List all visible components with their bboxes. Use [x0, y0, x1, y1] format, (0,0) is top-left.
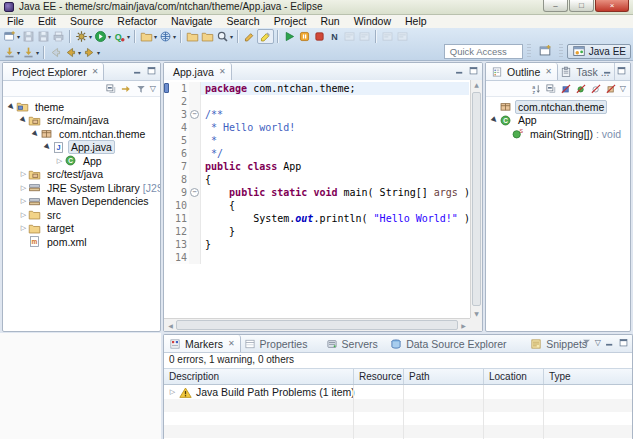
annotation-ruler[interactable] [164, 134, 170, 147]
menu-help[interactable]: Help [398, 15, 434, 28]
print-button[interactable] [51, 29, 66, 44]
publish-button[interactable] [342, 29, 357, 44]
marker-row[interactable]: ▷Java Build Path Problems (1 item) [164, 385, 632, 399]
minimize-icon[interactable] [602, 65, 613, 76]
annotation-ruler[interactable] [164, 212, 170, 225]
folding-ruler[interactable] [189, 121, 201, 134]
minimize-icon[interactable] [454, 65, 465, 76]
explorer-item-maven-dependencies[interactable]: ▷Maven Dependencies [3, 195, 160, 209]
code-line-10[interactable]: 10 { [164, 199, 469, 212]
open-type-button[interactable] [200, 29, 215, 44]
code-text[interactable]: * Hello world! [201, 121, 469, 134]
menu-file[interactable]: File [0, 15, 31, 28]
code-line-14[interactable]: 14 [164, 251, 469, 264]
explorer-item-target[interactable]: ▷target [3, 222, 160, 236]
column-separator[interactable] [353, 385, 354, 439]
outline-item-com-ntchan-theme[interactable]: com.ntchan.theme [486, 100, 630, 114]
outline-item-app[interactable]: ▶CApp [486, 114, 630, 128]
code-text[interactable]: /** [201, 108, 469, 121]
explorer-item-src[interactable]: ▷src [3, 208, 160, 222]
annotation-ruler[interactable] [164, 95, 170, 108]
code-line-13[interactable]: 13} [164, 238, 469, 251]
perspective-javaee-button[interactable]: Java EE [567, 44, 631, 59]
tab-data-source-explorer[interactable]: Data Source Explorer [385, 335, 511, 352]
stop-server-button[interactable] [312, 29, 327, 44]
fold-collapse-icon[interactable]: − [190, 110, 199, 119]
annotation-ruler[interactable] [164, 251, 170, 264]
folding-ruler[interactable]: − [189, 108, 201, 121]
annotation-ruler[interactable] [164, 186, 170, 199]
folding-ruler[interactable] [189, 134, 201, 147]
folding-ruler[interactable] [189, 225, 201, 238]
run-button[interactable]: ▾ [93, 29, 112, 44]
expand-arrow-icon[interactable]: ▷ [19, 170, 28, 178]
expand-arrow-icon[interactable]: ▷ [19, 197, 28, 205]
column-separator[interactable] [483, 385, 484, 439]
toolbar-splitter-handle[interactable] [527, 44, 531, 58]
menu-refactor[interactable]: Refactor [110, 15, 164, 28]
code-line-6[interactable]: 6 */ [164, 147, 469, 160]
hide-static-icon[interactable] [575, 83, 587, 95]
next-annotation-button[interactable]: ▾ [2, 45, 21, 60]
skip-breakpoints-button[interactable]: N [327, 29, 342, 44]
hide-local-types-icon[interactable] [605, 83, 617, 95]
menu-window[interactable]: Window [347, 15, 398, 28]
maximize-icon[interactable] [146, 65, 157, 76]
folding-ruler[interactable]: − [189, 186, 201, 199]
web-service-button[interactable]: ▾ [158, 29, 177, 44]
explorer-item-app-java[interactable]: ▶JApp.java [3, 141, 160, 155]
tab-servers[interactable]: Servers [321, 335, 383, 352]
save-button[interactable] [21, 29, 36, 44]
editor-horizontal-scrollbar[interactable]: ◀ ▶ [164, 318, 470, 331]
close-icon[interactable]: ✕ [92, 67, 99, 76]
maximize-window-button[interactable]: □ [569, 0, 594, 12]
expand-arrow-icon[interactable]: ▷ [19, 211, 28, 219]
code-line-9[interactable]: 9− public static void main( String[] arg… [164, 186, 469, 199]
annotation-ruler[interactable] [164, 160, 170, 173]
folding-ruler[interactable] [189, 95, 201, 108]
previous-annotation-button[interactable]: ▾ [21, 45, 40, 60]
folding-ruler[interactable] [189, 160, 201, 173]
folding-ruler[interactable] [189, 199, 201, 212]
folding-ruler[interactable] [189, 173, 201, 186]
annotation-ruler[interactable] [164, 108, 170, 121]
code-line-2[interactable]: 2 [164, 95, 469, 108]
code-line-11[interactable]: 11 System.out.println( "Hello World!" ); [164, 212, 469, 225]
sync-server-button[interactable] [357, 29, 372, 44]
expand-arrow-icon[interactable]: ▷ [55, 157, 64, 165]
code-line-1[interactable]: 1package com.ntchan.theme; [164, 82, 469, 95]
menu-project[interactable]: Project [267, 15, 314, 28]
maximize-icon[interactable] [616, 65, 627, 76]
new-wizard-button[interactable]: ▾ [2, 29, 21, 44]
tab-properties[interactable]: Properties [239, 335, 313, 352]
collapse-all-icon[interactable] [105, 83, 117, 95]
pin-console-button[interactable] [395, 29, 410, 44]
hide-non-public-icon[interactable] [590, 83, 602, 95]
code-line-12[interactable]: 12 } [164, 225, 469, 238]
close-icon[interactable]: ✕ [219, 67, 226, 76]
tab-outline[interactable]: Outline✕ [486, 63, 558, 80]
menu-edit[interactable]: Edit [31, 15, 63, 28]
code-text[interactable]: { [201, 199, 469, 212]
view-menu-dropdown-icon[interactable]: ▽ [595, 338, 601, 347]
mark-occurrences-button[interactable] [257, 29, 274, 44]
code-line-4[interactable]: 4 * Hello world! [164, 121, 469, 134]
column-header-description[interactable]: Description [164, 369, 354, 384]
tab-appjava[interactable]: App.java ✕ [164, 63, 232, 80]
save-all-button[interactable] [36, 29, 51, 44]
explorer-item-src-main-java[interactable]: ▶src/main/java [3, 114, 160, 128]
sort-icon[interactable]: az [530, 83, 542, 95]
forward-button[interactable]: ▾ [82, 45, 101, 60]
link-editor-icon[interactable] [120, 83, 132, 95]
view-menu-dropdown-icon[interactable]: ▽ [150, 84, 156, 93]
tab-markers[interactable]: Markers✕ [164, 335, 241, 352]
annotation-ruler[interactable] [164, 82, 170, 95]
minimize-icon[interactable] [132, 65, 143, 76]
new-package-button[interactable] [185, 29, 200, 44]
back-button[interactable]: ▾ [63, 45, 82, 60]
annotation-ruler[interactable] [164, 199, 170, 212]
annotation-ruler[interactable] [164, 173, 170, 186]
folding-ruler[interactable] [189, 147, 201, 160]
explorer-item-jre-system-library[interactable]: ▷JRE System Library [J2SE-1.5] [3, 181, 160, 195]
code-text[interactable] [201, 251, 469, 264]
